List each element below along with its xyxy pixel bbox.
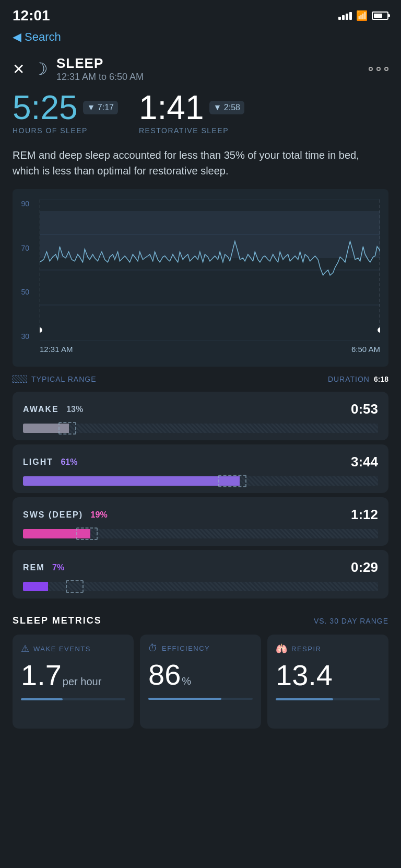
progress-bar-efficiency — [148, 698, 253, 700]
stage-bar-bg-rem — [23, 582, 378, 591]
chart-end-time: 6:50 AM — [351, 345, 380, 354]
metric-label-respir: RESPIR — [291, 645, 321, 653]
typical-marker-awake — [58, 422, 76, 435]
progress-bar-wake-events — [21, 698, 125, 700]
chart-start-time: 12:31 AM — [40, 345, 73, 354]
metric-label-efficiency: EFFICIENCY — [162, 644, 210, 652]
stage-cards: AWAKE 13% 0:53 LIGHT 61% 3:44 SWS (DEEP)… — [0, 392, 401, 599]
back-nav[interactable]: ◀ Search — [0, 28, 401, 50]
more-button[interactable] — [369, 67, 388, 71]
signal-bar-4 — [349, 12, 352, 20]
metric-icon-row-respir: 🫁 RESPIR — [276, 643, 380, 654]
stats-row: 5:25 ▼ 7:17 HOURS OF SLEEP 1:41 ▼ 2:58 R… — [0, 91, 401, 143]
typical-marker-light — [218, 475, 246, 487]
range-row: TYPICAL RANGE DURATION 6:18 — [0, 367, 401, 388]
signal-bar-2 — [342, 15, 345, 20]
chart-x-labels: 12:31 AM 6:50 AM — [40, 345, 380, 354]
header-left: ✕ ☽ SLEEP 12:31 AM to 6:50 AM — [13, 55, 144, 83]
wifi-icon: 📶 — [356, 10, 368, 21]
hours-main: 5:25 ▼ 7:17 — [13, 91, 118, 124]
metrics-title: SLEEP METRICS — [13, 615, 102, 626]
metric-unit-wake-events: per hour — [63, 676, 102, 688]
signal-bar-1 — [338, 17, 341, 20]
page-title: SLEEP — [56, 55, 144, 72]
stage-title-rem: REM — [23, 563, 45, 572]
stage-bar-bg-awake — [23, 424, 378, 433]
restorative-label: RESTORATIVE SLEEP — [139, 126, 244, 135]
sleep-time-range: 12:31 AM to 6:50 AM — [56, 72, 144, 83]
metric-value-row-respir: 13.4 — [276, 661, 380, 690]
metric-value-efficiency: 86 — [148, 660, 181, 689]
metric-icon-wake-events: ⚠ — [21, 643, 29, 654]
header-title-block: SLEEP 12:31 AM to 6:50 AM — [56, 55, 144, 83]
typical-marker-sws — [76, 527, 98, 540]
svg-rect-7 — [40, 211, 380, 258]
stage-pct-awake: 13% — [66, 405, 83, 414]
progress-bar-respir — [276, 698, 380, 700]
metrics-cards: ⚠ WAKE EVENTS 1.7 per hour ⏱ EFFICIENCY … — [13, 635, 388, 729]
y-label-50: 50 — [21, 288, 29, 296]
metric-card-wake-events: ⚠ WAKE EVENTS 1.7 per hour — [13, 635, 134, 729]
sleep-metrics-section: SLEEP METRICS VS. 30 DAY RANGE ⚠ WAKE EV… — [0, 603, 401, 729]
stage-bar-fill-rem — [23, 582, 48, 591]
y-label-30: 30 — [21, 332, 29, 341]
metric-icon-row-wake-events: ⚠ WAKE EVENTS — [21, 643, 125, 654]
battery-fill — [374, 14, 382, 18]
dot-3 — [384, 67, 388, 71]
stage-header-sws: SWS (DEEP) 19% 1:12 — [23, 507, 378, 523]
moon-icon: ☽ — [33, 59, 48, 79]
stage-bar-bg-sws — [23, 529, 378, 538]
metric-value-respir: 13.4 — [276, 661, 333, 690]
dot-2 — [376, 67, 381, 71]
metric-card-respir: 🫁 RESPIR 13.4 — [267, 635, 388, 729]
stage-time-rem: 0:29 — [351, 559, 378, 576]
restorative-badge: ▼ 2:58 — [209, 101, 244, 114]
y-label-90: 90 — [21, 200, 29, 208]
sleep-header: ✕ ☽ SLEEP 12:31 AM to 6:50 AM — [0, 50, 401, 91]
stage-title-row-sws: SWS (DEEP) 19% — [23, 510, 108, 520]
sleep-description: REM and deep sleep accounted for less th… — [0, 143, 401, 189]
stage-title-row-light: LIGHT 61% — [23, 458, 77, 467]
metric-icon-efficiency: ⏱ — [148, 643, 158, 654]
chart-y-labels: 90 70 50 30 — [13, 200, 31, 341]
range-box-icon — [13, 376, 27, 383]
status-bar: 12:01 📶 — [0, 0, 401, 28]
stage-time-awake: 0:53 — [351, 401, 378, 417]
metric-unit-efficiency: % — [182, 675, 191, 687]
restorative-main: 1:41 ▼ 2:58 — [139, 91, 244, 124]
stage-pct-rem: 7% — [52, 563, 64, 572]
stage-time-sws: 1:12 — [351, 507, 378, 523]
stage-pct-light: 61% — [61, 458, 77, 466]
battery-icon — [372, 11, 388, 20]
stage-pct-sws: 19% — [91, 510, 108, 519]
stage-title-row-rem: REM 7% — [23, 563, 64, 572]
stage-card-sws: SWS (DEEP) 19% 1:12 — [13, 497, 388, 546]
hours-value: 5:25 — [13, 91, 78, 124]
status-icons: 📶 — [338, 10, 388, 21]
stage-card-awake: AWAKE 13% 0:53 — [13, 392, 388, 440]
restorative-sleep-stat: 1:41 ▼ 2:58 RESTORATIVE SLEEP — [139, 91, 244, 135]
stage-card-light: LIGHT 61% 3:44 — [13, 444, 388, 493]
metric-icon-respir: 🫁 — [276, 643, 287, 654]
metric-value-wake-events: 1.7 — [21, 661, 62, 690]
chart-area — [40, 200, 380, 341]
close-button[interactable]: ✕ — [13, 61, 25, 78]
dot-1 — [369, 67, 373, 71]
y-label-70: 70 — [21, 244, 29, 252]
duration-label: DURATION — [328, 375, 370, 383]
metric-value-row-wake-events: 1.7 per hour — [21, 661, 125, 690]
duration-block: DURATION 6:18 — [328, 375, 388, 383]
metric-icon-row-efficiency: ⏱ EFFICIENCY — [148, 643, 253, 654]
svg-point-8 — [40, 327, 42, 333]
duration-value: 6:18 — [374, 375, 388, 383]
signal-bar-3 — [346, 14, 348, 20]
progress-fill-respir — [276, 698, 333, 700]
metric-value-row-efficiency: 86 % — [148, 660, 253, 689]
hours-label: HOURS OF SLEEP — [13, 126, 118, 135]
chart-svg — [40, 200, 380, 341]
stage-title-light: LIGHT — [23, 458, 53, 466]
stage-title-sws: SWS (DEEP) — [23, 510, 83, 519]
stage-time-light: 3:44 — [351, 454, 378, 470]
stage-header-light: LIGHT 61% 3:44 — [23, 454, 378, 470]
status-time: 12:01 — [13, 7, 50, 24]
